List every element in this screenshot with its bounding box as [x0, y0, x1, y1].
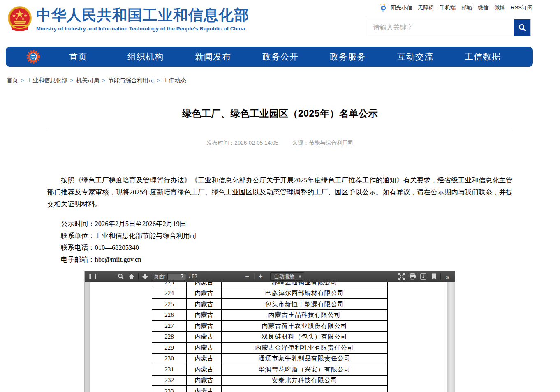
article-source: 来源：节能与综合利用司 — [292, 140, 354, 146]
page-total: / 57 — [189, 274, 197, 279]
contact-info-line-2: 联系电话：010—68205340 — [47, 242, 513, 254]
quick-link-3[interactable]: 邮箱 — [461, 4, 472, 12]
nav-item-6[interactable]: 工信数据 — [449, 51, 516, 62]
search-button[interactable] — [514, 19, 530, 36]
breadcrumb-item-2[interactable]: 机关司局 — [76, 77, 99, 83]
title-divider — [47, 131, 513, 131]
quick-link-5[interactable]: 微博 — [494, 4, 505, 12]
cell-province: 内蒙古 — [187, 288, 222, 299]
quick-link-1[interactable]: 无障碍 — [418, 4, 434, 12]
quick-link-2[interactable]: 手机端 — [440, 4, 456, 12]
zoom-in-button[interactable]: + — [255, 272, 266, 281]
breadcrumb-item-0[interactable]: 首页 — [7, 77, 18, 83]
cell-province: 内蒙古 — [187, 282, 222, 288]
cell-number: 224 — [152, 288, 187, 299]
cell-province: 内蒙古 — [187, 332, 222, 343]
cell-company: 安泰北方科技有限公司 — [222, 375, 388, 386]
breadcrumb-separator: > — [21, 77, 24, 83]
table-row: 224内蒙古巴彦淖尔西部铜材有限公司 — [152, 288, 388, 299]
breadcrumb-separator: > — [102, 77, 105, 83]
cell-company: 包头市新恒丰能源有限公司 — [222, 299, 388, 310]
cell-number: 223 — [152, 282, 187, 288]
page-down-icon — [142, 274, 148, 279]
page-label: 页面: — [154, 273, 165, 280]
zoom-out-button[interactable]: − — [242, 272, 252, 281]
nav-item-1[interactable]: 组织机构 — [112, 51, 179, 62]
cell-number: 227 — [152, 321, 187, 332]
zoom-mode-value: 自动缩放 — [274, 273, 294, 280]
pdf-content-area: 223内蒙古赤峰金通铜业有限公司224内蒙古巴彦淖尔西部铜材有限公司225内蒙古… — [85, 282, 455, 392]
breadcrumb-item-1[interactable]: 工业和信息化部 — [27, 77, 67, 83]
pdf-viewer: 页面: / 57 − + 自动缩放 ▲▼ — [84, 271, 455, 392]
zoom-mode-select[interactable]: 自动缩放 ▲▼ — [270, 272, 304, 281]
nav-item-0[interactable]: 首页 — [44, 51, 112, 62]
table-row: 227内蒙古内蒙古荷丰农业股份有限公司 — [152, 321, 388, 332]
cell-province: 内蒙古 — [187, 386, 222, 392]
breadcrumb-item-4: 工作动态 — [163, 77, 186, 83]
print-icon — [409, 273, 416, 280]
quick-link-0[interactable]: 阳光小信 — [391, 4, 412, 12]
site-title: 中华人民共和国工业和信息化部 — [36, 7, 249, 23]
table-row: 231内蒙古华润雪花啤酒（兴安）有限公司 — [152, 364, 388, 375]
cell-company: 华润雪花啤酒（兴安）有限公司 — [222, 364, 388, 375]
table-row: 233内蒙古 — [152, 386, 388, 392]
table-row: 223内蒙古赤峰金通铜业有限公司 — [152, 282, 388, 288]
pdf-page: 223内蒙古赤峰金通铜业有限公司224内蒙古巴彦淖尔西部铜材有限公司225内蒙古… — [90, 282, 447, 392]
cell-province: 内蒙古 — [187, 321, 222, 332]
sidebar-toggle-icon — [89, 274, 96, 279]
table-row: 230内蒙古通辽市蒙牛乳制品有限责任公司 — [152, 353, 388, 364]
table-row: 229内蒙古内蒙古金泽伊利乳业有限责任公司 — [152, 342, 388, 353]
cell-company: 巴彦淖尔西部铜材有限公司 — [222, 288, 388, 299]
presentation-mode-button[interactable] — [396, 272, 407, 281]
gear-e-logo-icon — [25, 49, 41, 65]
contact-info-line-3: 电子邮箱：hbc@miit.gov.cn — [47, 254, 513, 265]
search-input[interactable] — [368, 19, 514, 36]
next-page-button[interactable] — [140, 272, 150, 281]
cell-number: 226 — [152, 310, 187, 321]
cell-company — [222, 386, 388, 392]
search-bar — [368, 19, 531, 36]
nav-item-2[interactable]: 新闻发布 — [179, 51, 247, 62]
find-button[interactable] — [116, 272, 126, 281]
cell-company: 内蒙古玉晶科技有限公司 — [222, 310, 388, 321]
main-nav: 首页组织机构新闻发布政务公开政务服务互动交流工信数据 — [6, 47, 533, 67]
cell-number: 233 — [152, 386, 187, 392]
cell-province: 内蒙古 — [187, 353, 222, 364]
cell-province: 内蒙古 — [187, 342, 222, 353]
article-meta: 发布时间：2026-02-05 14:05 来源：节能与综合利用司 — [47, 139, 513, 147]
previous-page-button[interactable] — [126, 272, 137, 281]
table-row: 225内蒙古包头市新恒丰能源有限公司 — [152, 299, 388, 310]
nav-item-3[interactable]: 政务公开 — [247, 51, 314, 62]
breadcrumb-separator: > — [157, 77, 160, 83]
presentation-mode-icon — [398, 273, 405, 280]
cell-number: 229 — [152, 342, 187, 353]
pdf-scrollbar[interactable] — [447, 282, 455, 392]
breadcrumb-separator: > — [70, 77, 74, 83]
nav-item-4[interactable]: 政务服务 — [314, 51, 382, 62]
quick-links: 阳光小信无障碍手机端邮箱微信微博RSS订阅 — [368, 3, 532, 12]
quick-link-4[interactable]: 微信 — [478, 4, 488, 12]
nav-item-5[interactable]: 互动交流 — [382, 51, 449, 62]
cell-company: 双良硅材料（包头）有限公司 — [222, 332, 388, 343]
publish-time: 发布时间：2026-02-05 14:05 — [207, 140, 278, 146]
quick-link-6[interactable]: RSS订阅 — [511, 4, 532, 12]
cell-number: 230 — [152, 353, 187, 364]
cell-province: 内蒙古 — [187, 364, 222, 375]
cell-company: 内蒙古荷丰农业股份有限公司 — [222, 321, 388, 332]
more-tools-button[interactable]: » — [442, 272, 453, 281]
green-factory-table: 223内蒙古赤峰金通铜业有限公司224内蒙古巴彦淖尔西部铜材有限公司225内蒙古… — [152, 282, 388, 392]
cell-province: 内蒙古 — [187, 299, 222, 310]
article-paragraph: 按照《绿色工厂梯度培育及管理暂行办法》《工业和信息化部办公厅关于开展2025年度… — [47, 174, 513, 210]
table-row: 226内蒙古内蒙古玉晶科技有限公司 — [152, 310, 388, 321]
cell-company: 赤峰金通铜业有限公司 — [222, 282, 388, 288]
page-title: 绿色工厂、绿色工业园区（2025年）名单公示 — [47, 107, 513, 120]
breadcrumb-item-3[interactable]: 节能与综合利用司 — [108, 77, 154, 83]
sidebar-toggle-button[interactable] — [87, 272, 97, 281]
find-icon — [118, 273, 124, 280]
print-button[interactable] — [407, 272, 418, 281]
page-number-input[interactable] — [167, 273, 186, 280]
bookmark-button[interactable] — [428, 272, 439, 281]
site-subtitle: Ministry of Industry and Information Tec… — [36, 25, 249, 32]
cell-number: 231 — [152, 364, 187, 375]
download-button[interactable] — [418, 272, 428, 281]
